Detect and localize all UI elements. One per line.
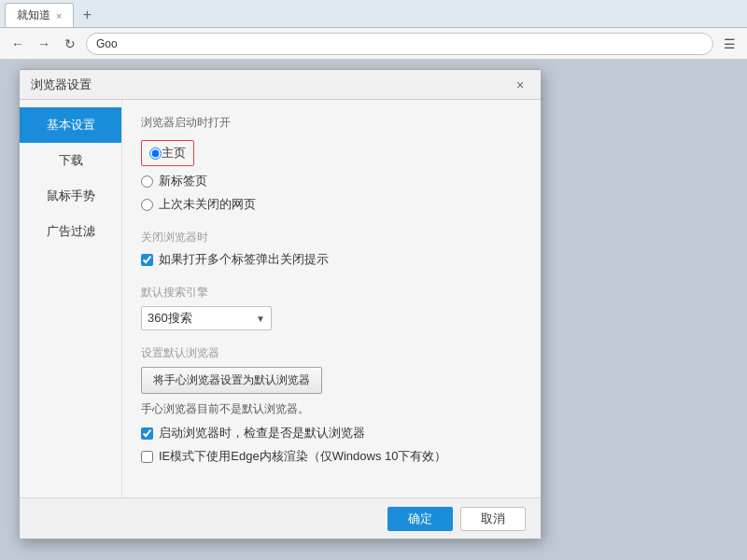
ie-mode-item[interactable]: IE模式下使用Edge内核渲染（仅Windows 10下有效）	[141, 448, 522, 465]
startup-label-newtab: 新标签页	[159, 173, 207, 189]
search-engine-value: 360搜索	[148, 310, 192, 327]
close-section-title: 关闭浏览器时	[141, 230, 522, 245]
sidebar-item-basic[interactable]: 基本设置	[20, 107, 121, 143]
default-browser-section-title: 设置默认浏览器	[141, 345, 522, 361]
ie-mode-checkbox[interactable]	[141, 451, 153, 463]
sidebar-item-label-basic: 基本设置	[47, 117, 95, 133]
tab-close-icon[interactable]: ×	[56, 10, 62, 21]
cancel-button[interactable]: 取消	[460, 507, 526, 531]
sidebar-item-download[interactable]: 下载	[20, 143, 121, 178]
close-checkbox-item[interactable]: 如果打开多个标签弹出关闭提示	[141, 251, 522, 268]
set-default-browser-button[interactable]: 将手心浏览器设置为默认浏览器	[141, 367, 322, 394]
startup-option-lastclosed[interactable]: 上次未关闭的网页	[141, 196, 522, 213]
tab-label: 就知道	[17, 7, 50, 23]
search-engine-select[interactable]: 360搜索 ▼	[141, 306, 272, 330]
startup-option-newtab[interactable]: 新标签页	[141, 173, 522, 189]
startup-section: 浏览器启动时打开 主页 新标签页 上次未关闭的网页	[141, 115, 522, 213]
startup-check-item[interactable]: 启动浏览器时，检查是否是默认浏览器	[141, 425, 522, 441]
dialog-footer: 确定 取消	[20, 497, 541, 539]
search-section: 默认搜索引擎 360搜索 ▼	[141, 285, 522, 330]
settings-dialog: 浏览器设置 × 基本设置 下载 鼠标手势 广告过滤	[19, 69, 542, 539]
close-section: 关闭浏览器时 如果打开多个标签弹出关闭提示	[141, 230, 522, 268]
new-tab-button[interactable]: +	[76, 5, 98, 25]
content-area: 浏览器设置 × 基本设置 下载 鼠标手势 广告过滤	[0, 60, 747, 560]
startup-check-checkbox[interactable]	[141, 427, 153, 440]
sidebar-item-label-download: 下载	[59, 152, 83, 169]
sidebar-item-adfilter[interactable]: 广告过滤	[20, 214, 121, 249]
close-checkbox-label: 如果打开多个标签弹出关闭提示	[159, 251, 329, 268]
startup-label-homepage: 主页	[162, 145, 186, 161]
select-arrow-icon: ▼	[256, 314, 265, 324]
dialog-body: 基本设置 下载 鼠标手势 广告过滤 浏览器启动时	[20, 100, 541, 539]
ie-mode-label: IE模式下使用Edge内核渲染（仅Windows 10下有效）	[159, 448, 446, 465]
default-browser-info: 手心浏览器目前不是默认浏览器。	[141, 401, 522, 417]
confirm-button[interactable]: 确定	[388, 507, 453, 531]
startup-radio-homepage[interactable]	[149, 147, 162, 160]
startup-section-title: 浏览器启动时打开	[141, 115, 522, 131]
tab-active[interactable]: 就知道 ×	[5, 3, 74, 27]
startup-check-label: 启动浏览器时，检查是否是默认浏览器	[159, 425, 365, 441]
back-button[interactable]: ←	[7, 34, 28, 54]
refresh-button[interactable]: ↻	[60, 34, 80, 54]
startup-label-lastclosed: 上次未关闭的网页	[159, 196, 256, 213]
address-input[interactable]	[86, 33, 713, 55]
startup-option-homepage[interactable]: 主页	[141, 140, 194, 166]
default-browser-section: 设置默认浏览器 将手心浏览器设置为默认浏览器 手心浏览器目前不是默认浏览器。 启…	[141, 345, 522, 465]
address-bar: ← → ↻ ☰	[0, 28, 747, 60]
close-checkbox[interactable]	[141, 254, 153, 266]
dialog-titlebar: 浏览器设置 ×	[20, 70, 541, 100]
dialog-title: 浏览器设置	[31, 77, 92, 93]
startup-radio-lastclosed[interactable]	[141, 199, 153, 211]
sidebar-item-mouse[interactable]: 鼠标手势	[20, 178, 121, 214]
sidebar-item-label-mouse: 鼠标手势	[47, 188, 95, 204]
tab-bar: 就知道 × +	[0, 0, 747, 28]
forward-button[interactable]: →	[34, 34, 54, 54]
sidebar-item-label-adfilter: 广告过滤	[47, 223, 95, 240]
settings-sidebar: 基本设置 下载 鼠标手势 广告过滤	[20, 100, 122, 539]
startup-radio-newtab[interactable]	[141, 175, 153, 188]
menu-button[interactable]: ☰	[719, 34, 740, 54]
browser-window: 就知道 × + ← → ↻ ☰ 浏览器设置 × 基本设置	[0, 0, 747, 560]
search-section-title: 默认搜索引擎	[141, 285, 522, 301]
dialog-close-button[interactable]: ×	[511, 76, 529, 94]
settings-main-panel: 浏览器启动时打开 主页 新标签页 上次未关闭的网页	[122, 100, 541, 539]
